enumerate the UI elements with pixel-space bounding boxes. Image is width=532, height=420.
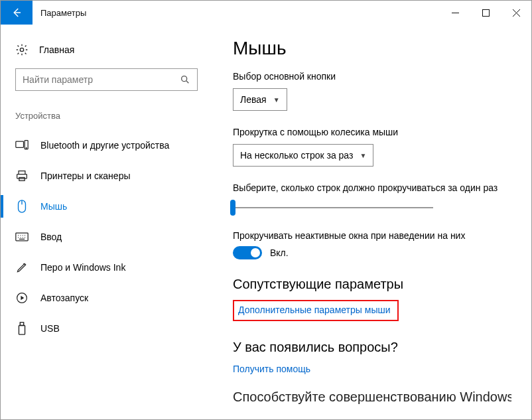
section-heading: Устройства <box>15 111 220 121</box>
svg-point-5 <box>26 148 27 149</box>
search-icon <box>180 74 190 85</box>
home-button[interactable]: Главная <box>15 39 220 68</box>
primary-button-select[interactable]: Левая ▼ <box>233 88 287 111</box>
printer-icon <box>15 170 29 182</box>
highlight-box: Дополнительные параметры мыши <box>233 300 399 321</box>
chevron-down-icon: ▼ <box>360 152 366 159</box>
scroll-lines-slider[interactable] <box>230 198 436 218</box>
sidebar-item-pen[interactable]: Перо и Windows Ink <box>1 252 220 283</box>
usb-icon <box>15 322 29 335</box>
sidebar-item-label: Мышь <box>40 201 67 212</box>
feedback-heading: Способствуйте совершенствованию Windows <box>233 389 511 405</box>
toggle-knob <box>251 248 260 257</box>
sidebar-item-typing[interactable]: Ввод <box>1 222 220 252</box>
sidebar-item-label: Перо и Windows Ink <box>40 262 125 273</box>
primary-button-value: Левая <box>240 94 267 105</box>
primary-button-label: Выбор основной кнопки <box>233 71 511 82</box>
mouse-icon <box>15 200 29 213</box>
sidebar-item-label: USB <box>40 323 60 334</box>
sidebar-item-mouse[interactable]: Мышь <box>1 191 220 222</box>
search-input-container[interactable] <box>15 68 198 91</box>
toggle-state-label: Вкл. <box>270 247 289 258</box>
home-label: Главная <box>39 44 74 55</box>
close-button[interactable] <box>501 1 531 25</box>
gear-icon <box>15 43 29 56</box>
pen-icon <box>15 261 29 273</box>
inactive-scroll-label: Прокручивать неактивные окна при наведен… <box>233 230 511 241</box>
chevron-down-icon: ▼ <box>273 96 280 104</box>
maximize-button[interactable] <box>470 1 501 25</box>
scroll-mode-label: Прокрутка с помощью колесика мыши <box>233 127 511 137</box>
related-heading: Сопутствующие параметры <box>233 277 511 292</box>
close-icon <box>513 9 520 17</box>
svg-rect-7 <box>19 177 25 180</box>
svg-point-2 <box>182 76 187 82</box>
svg-rect-3 <box>16 141 24 147</box>
devices-icon <box>15 139 29 151</box>
slider-track <box>235 207 433 208</box>
keyboard-icon <box>15 232 29 242</box>
sidebar-item-label: Принтеры и сканеры <box>40 171 130 181</box>
sidebar-item-bluetooth[interactable]: Bluetooth и другие устройства <box>1 130 220 161</box>
back-arrow-icon <box>11 7 23 19</box>
scroll-mode-select[interactable]: На несколько строк за раз ▼ <box>233 144 373 167</box>
inactive-scroll-toggle[interactable] <box>233 246 262 259</box>
svg-rect-0 <box>482 9 489 16</box>
sidebar-item-autoplay[interactable]: Автозапуск <box>1 283 220 313</box>
back-button[interactable] <box>1 1 33 25</box>
sidebar-item-printers[interactable]: Принтеры и сканеры <box>1 161 220 191</box>
question-heading: У вас появились вопросы? <box>233 340 511 355</box>
minimize-button[interactable] <box>440 1 470 25</box>
svg-rect-9 <box>16 233 28 241</box>
scroll-lines-label: Выберите, сколько строк должно прокручив… <box>233 182 511 193</box>
page-heading: Мышь <box>233 38 511 59</box>
sidebar-item-label: Ввод <box>40 232 62 242</box>
slider-thumb[interactable] <box>230 200 235 216</box>
minimize-icon <box>452 9 459 17</box>
sidebar-item-usb[interactable]: USB <box>1 313 220 344</box>
scroll-mode-value: На несколько строк за раз <box>240 150 353 161</box>
autoplay-icon <box>15 292 29 304</box>
search-input[interactable] <box>23 74 180 85</box>
svg-rect-6 <box>17 175 27 179</box>
additional-mouse-options-link[interactable]: Дополнительные параметры мыши <box>238 305 391 315</box>
svg-rect-12 <box>19 325 25 334</box>
window-title: Параметры <box>33 1 440 25</box>
sidebar-item-label: Bluetooth и другие устройства <box>40 140 169 151</box>
get-help-link[interactable]: Получить помощь <box>233 364 310 374</box>
maximize-icon <box>482 9 490 17</box>
svg-point-1 <box>20 48 23 51</box>
sidebar-item-label: Автозапуск <box>40 293 88 303</box>
